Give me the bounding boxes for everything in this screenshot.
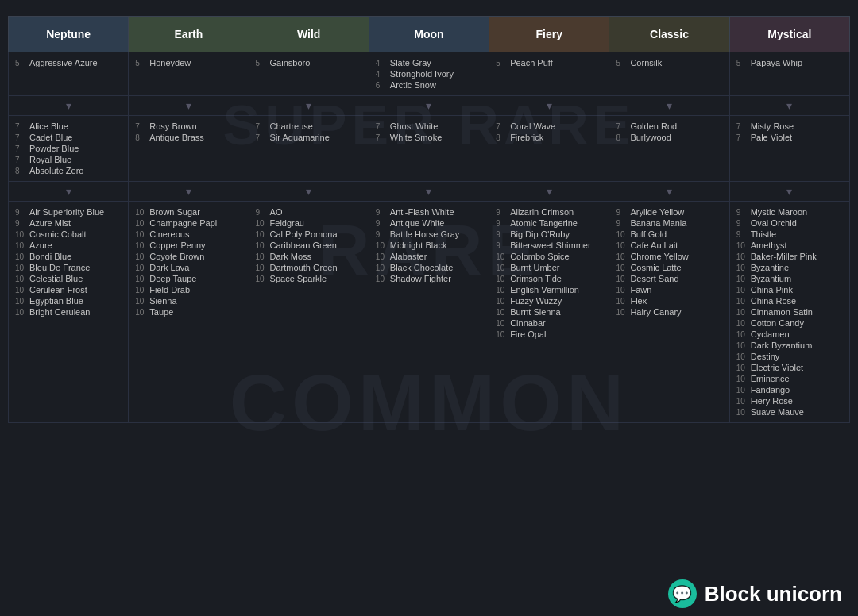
arrow-wild: ▾ xyxy=(249,182,369,202)
color-name: Thistle xyxy=(751,229,776,239)
color-number: 10 xyxy=(616,264,627,272)
color-item: 10Fiery Rose xyxy=(736,395,843,406)
color-name: Burnt Sienna xyxy=(510,307,561,317)
color-name: Coyote Brown xyxy=(149,252,204,261)
color-name: Antique Brass xyxy=(149,133,203,142)
color-item: 9Atomic Tangerine xyxy=(496,218,602,229)
color-item: 7Alice Blue xyxy=(15,121,122,132)
color-item: 8Antique Brass xyxy=(135,132,242,143)
arrow-mystical: ▾ xyxy=(729,182,849,202)
color-name: Slate Gray xyxy=(390,58,431,67)
color-number: 9 xyxy=(496,230,507,239)
super-rare-cell-earth: 5Honeydew xyxy=(129,52,249,96)
color-item: 9Big Dip O'Ruby xyxy=(496,229,602,240)
color-name: Ghost White xyxy=(390,121,439,131)
color-item: 10China Pink xyxy=(736,284,843,295)
color-number: 7 xyxy=(15,122,26,131)
color-item: 10Burnt Sienna xyxy=(496,306,602,318)
rare-cell-wild: 7Chartreuse7Sir Aquamarine xyxy=(249,116,369,182)
color-number: 9 xyxy=(736,230,748,239)
color-name: Cafe Au Lait xyxy=(630,241,678,250)
color-name: Shadow Fighter xyxy=(390,274,451,283)
color-number: 10 xyxy=(135,308,146,317)
color-name: Banana Mania xyxy=(630,218,686,228)
color-name: Burnt Umber xyxy=(510,263,559,272)
color-number: 7 xyxy=(15,144,26,153)
arrow-classic: ▾ xyxy=(609,182,729,202)
color-item: 8Firebrick xyxy=(496,132,602,143)
color-number: 10 xyxy=(496,252,507,261)
color-name: Chrome Yellow xyxy=(630,252,688,261)
arrow-neptune: ▾ xyxy=(9,182,129,202)
color-name: Anti-Flash White xyxy=(390,207,454,217)
color-name: Bittersweet Shimmer xyxy=(510,241,590,250)
color-item: 10Fandango xyxy=(736,384,843,395)
color-item: 10Colombo Spice xyxy=(496,251,602,262)
color-name: Cerulean Frost xyxy=(29,285,87,295)
color-name: Fuzzy Wuzzy xyxy=(510,296,562,306)
color-item: 10English Vermillion xyxy=(496,284,602,295)
color-item: 9Thistle xyxy=(736,229,843,240)
color-name: Black Chocolate xyxy=(390,263,454,272)
color-number: 10 xyxy=(15,264,26,272)
color-name: Atomic Tangerine xyxy=(510,218,578,228)
color-name: Celestial Blue xyxy=(29,274,83,283)
color-number: 10 xyxy=(616,241,627,250)
color-item: 10Suave Mauve xyxy=(736,406,843,418)
color-number: 10 xyxy=(256,230,267,239)
color-item: 10Field Drab xyxy=(135,284,242,295)
color-item: 9Air Superiority Blue xyxy=(15,206,122,218)
rare-row: 7Alice Blue7Cadet Blue7Powder Blue7Royal… xyxy=(9,116,850,182)
color-item: 5Peach Puff xyxy=(496,57,602,68)
color-name: AO xyxy=(270,207,283,217)
color-item: 10Celestial Blue xyxy=(15,273,122,284)
color-name: Battle Horse Gray xyxy=(390,229,459,239)
color-item: 10Amethyst xyxy=(736,240,843,251)
color-name: Dark Byzantium xyxy=(751,341,813,350)
color-item: 5Aggressive Azure xyxy=(15,57,122,68)
super-rare-cell-neptune: 5Aggressive Azure xyxy=(9,52,129,96)
color-name: Cinereous xyxy=(149,229,189,239)
arrow-neptune: ▾ xyxy=(9,96,129,116)
color-item: 8Absolute Zero xyxy=(15,165,122,176)
color-name: White Smoke xyxy=(390,133,442,142)
color-number: 7 xyxy=(736,133,748,142)
color-name: Bright Cerulean xyxy=(29,307,90,317)
color-item: 10Byzantine xyxy=(736,262,843,273)
color-item: 10Egyptian Blue xyxy=(15,295,122,306)
color-name: English Vermillion xyxy=(510,285,579,295)
color-item: 5Gainsboro xyxy=(256,57,362,68)
color-name: Absolute Zero xyxy=(29,166,83,175)
color-item: 10Cafe Au Lait xyxy=(616,240,722,251)
footer: 💬 Block unicorn xyxy=(668,579,842,608)
color-number: 10 xyxy=(135,230,146,239)
arrow-earth: ▾ xyxy=(129,182,249,202)
header-wild: Wild xyxy=(249,17,369,52)
header-neptune: Neptune xyxy=(9,17,129,52)
color-number: 10 xyxy=(15,308,26,317)
rare-cell-fiery: 7Coral Wave8Firebrick xyxy=(489,116,609,182)
color-item: 9AO xyxy=(256,206,362,218)
color-number: 9 xyxy=(496,219,507,228)
color-item: 10Desert Sand xyxy=(616,273,722,284)
color-number: 10 xyxy=(736,341,748,350)
color-name: Chartreuse xyxy=(270,121,313,131)
color-item: 10Fuzzy Wuzzy xyxy=(496,295,602,306)
color-number: 10 xyxy=(496,297,507,306)
color-name: China Rose xyxy=(751,296,796,306)
color-item: 10Alabaster xyxy=(376,251,482,262)
color-name: Mystic Maroon xyxy=(751,207,808,217)
color-name: Cinnabar xyxy=(510,318,546,328)
color-item: 10Feldgrau xyxy=(256,218,362,229)
color-number: 10 xyxy=(616,252,627,261)
color-name: Azure Mist xyxy=(29,218,71,228)
color-name: China Pink xyxy=(751,285,793,295)
color-number: 9 xyxy=(256,208,267,217)
color-name: Hairy Canary xyxy=(630,307,681,317)
color-item: 10Hairy Canary xyxy=(616,306,722,318)
color-name: Rosy Brown xyxy=(149,121,196,131)
color-number: 10 xyxy=(135,208,146,217)
color-number: 8 xyxy=(135,133,146,142)
color-item: 10Cinereous xyxy=(135,229,242,240)
color-name: Desert Sand xyxy=(630,274,678,283)
